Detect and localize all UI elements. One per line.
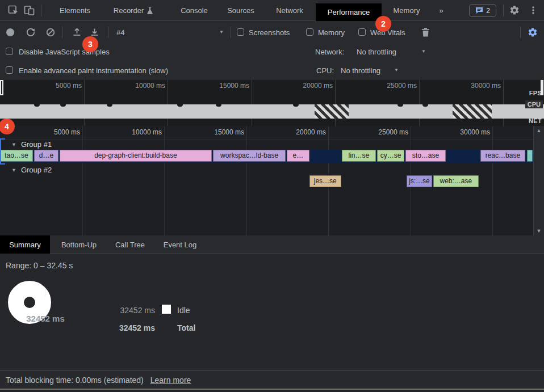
load-profile-icon[interactable] xyxy=(72,27,82,37)
cpu-band-notch xyxy=(177,104,183,107)
footer-bar: Total blocking time: 0.00ms (estimated) … xyxy=(0,370,544,389)
ruler-tick xyxy=(84,80,85,126)
cpu-band-notch xyxy=(107,104,112,107)
total-blocking-time-text: Total blocking time: 0.00ms (estimated) xyxy=(6,376,144,385)
ruler-tick-label: 15000 ms xyxy=(210,82,249,90)
flame-bar[interactable]: cy…se xyxy=(377,150,404,162)
session-select[interactable]: #4 xyxy=(116,28,124,37)
web-vitals-checkbox[interactable] xyxy=(358,28,366,36)
divider xyxy=(520,27,521,38)
cpu-throttle-select[interactable]: No throttling xyxy=(341,66,380,75)
flame-bar[interactable]: dep-graph-client:build-base xyxy=(60,150,212,162)
chevron-down-icon[interactable]: ▼ xyxy=(394,68,399,73)
group-header[interactable]: ▼Group #1 xyxy=(11,140,52,149)
group-header[interactable]: ▼Group #2 xyxy=(11,166,52,174)
ruler-tick-label: 20000 ms xyxy=(293,82,333,90)
tab-memory[interactable]: Memory xyxy=(384,0,429,21)
cpu-band-notch xyxy=(422,104,428,107)
flame-bar[interactable] xyxy=(527,150,533,162)
paint-instrumentation-checkbox[interactable] xyxy=(6,66,13,74)
capture-settings-gear-icon[interactable] xyxy=(528,27,538,37)
ruler-tick xyxy=(246,126,247,235)
tab-call-tree[interactable]: Call Tree xyxy=(109,235,151,254)
disable-js-checkbox[interactable] xyxy=(6,48,13,55)
ruler-tick-label: 30000 ms xyxy=(461,82,501,90)
ruler-tick xyxy=(164,126,165,235)
screenshots-label: Screenshots xyxy=(249,28,290,37)
flame-bar[interactable]: js:…se xyxy=(407,175,432,187)
device-toolbar-icon[interactable] xyxy=(24,5,35,16)
cpu-band-notch xyxy=(216,104,221,107)
legend-idle-label: Idle xyxy=(177,306,190,315)
cpu-band-notch xyxy=(397,104,403,107)
ruler-tick-label: 10000 ms xyxy=(116,128,162,136)
tab-elements[interactable]: Elements xyxy=(50,0,100,21)
flame-bar[interactable]: reac…base xyxy=(480,150,525,162)
ruler-tick-label: 25000 ms xyxy=(363,128,408,136)
timeline-overview[interactable]: 5000 ms10000 ms15000 ms20000 ms25000 ms3… xyxy=(0,80,544,126)
track-focus-bracket xyxy=(0,138,5,165)
tab-sources[interactable]: Sources xyxy=(220,0,261,21)
flame-bar[interactable]: web:…ase xyxy=(433,175,479,187)
record-icon[interactable] xyxy=(6,28,15,37)
tab-network[interactable]: Network xyxy=(266,0,313,21)
ruler-tick xyxy=(252,80,252,126)
flame-bar[interactable]: workspac…ld-base xyxy=(213,150,286,162)
overview-right-handle[interactable] xyxy=(541,80,543,95)
message-bubble-icon xyxy=(475,7,483,14)
tab-performance[interactable]: Performance xyxy=(316,3,382,21)
capture-settings: Disable JavaScript samples Enable advanc… xyxy=(0,43,544,80)
divider xyxy=(62,27,62,38)
scroll-down-icon[interactable]: ▼ xyxy=(537,228,542,234)
donut-total-label: 32452 ms xyxy=(8,281,83,356)
flame-bar[interactable]: jes…se xyxy=(309,175,341,187)
tab-summary[interactable]: Summary xyxy=(0,235,50,254)
range-text: Range: 0 – 32.45 s xyxy=(6,261,73,270)
collapse-triangle-icon[interactable]: ▼ xyxy=(11,142,16,147)
cpu-band-notch xyxy=(60,104,66,107)
memory-checkbox[interactable] xyxy=(306,28,313,36)
trash-icon[interactable] xyxy=(421,27,430,37)
learn-more-link[interactable]: Learn more xyxy=(150,376,191,385)
flame-bar[interactable]: sto…ase xyxy=(405,150,446,162)
tab-event-log[interactable]: Event Log xyxy=(157,235,203,254)
vertical-scrollbar[interactable]: ▲ ▼ xyxy=(533,126,544,235)
divider xyxy=(503,5,504,16)
group-label: Group #1 xyxy=(21,140,52,149)
memory-label: Memory xyxy=(318,28,345,37)
screenshots-checkbox[interactable] xyxy=(237,28,244,36)
tab-console[interactable]: Console xyxy=(170,0,218,21)
network-throttle-select[interactable]: No throttling xyxy=(357,48,396,56)
collapse-triangle-icon[interactable]: ▼ xyxy=(11,167,16,173)
kebab-menu-icon[interactable] xyxy=(529,5,537,15)
flask-icon xyxy=(147,7,153,15)
ruler-tick xyxy=(82,126,83,235)
ruler-tick-label: 5000 ms xyxy=(35,128,80,136)
more-tabs-chevron[interactable]: » xyxy=(433,0,450,21)
tab-recorder[interactable]: Recorder xyxy=(103,0,164,21)
issues-counter[interactable]: 2 xyxy=(469,4,496,17)
legend-total-value: 32452 ms xyxy=(98,323,155,332)
chevron-down-icon[interactable]: ▼ xyxy=(219,29,224,35)
settings-gear-icon[interactable] xyxy=(509,5,520,15)
scroll-up-icon[interactable]: ▲ xyxy=(537,128,542,133)
clear-icon[interactable] xyxy=(46,28,55,37)
chevron-down-icon[interactable]: ▼ xyxy=(421,49,426,54)
ruler-tick-label: 30000 ms xyxy=(445,128,490,136)
flame-bar[interactable]: lin…se xyxy=(342,150,376,162)
details-tabbar: Summary Bottom-Up Call Tree Event Log xyxy=(0,235,544,254)
ruler-tick-label: 10000 ms xyxy=(125,82,165,90)
save-profile-icon[interactable] xyxy=(90,27,99,37)
divider xyxy=(108,27,108,38)
paint-instrumentation-label: Enable advanced paint instrumentation (s… xyxy=(19,66,168,75)
inspect-icon[interactable] xyxy=(8,5,19,16)
devtools-tabbar: Elements Recorder Console Sources Networ… xyxy=(0,0,544,21)
flame-chart[interactable]: 5000 ms10000 ms15000 ms20000 ms25000 ms3… xyxy=(0,126,544,235)
flame-bar[interactable]: d…e xyxy=(34,150,58,162)
reload-icon[interactable] xyxy=(26,28,35,37)
ruler-tick-label: 15000 ms xyxy=(199,128,244,136)
overview-left-handle[interactable] xyxy=(0,80,3,95)
flame-bar[interactable]: e… xyxy=(287,150,309,162)
tab-bottom-up[interactable]: Bottom-Up xyxy=(54,235,104,254)
ruler-tick-label: 25000 ms xyxy=(377,82,417,90)
